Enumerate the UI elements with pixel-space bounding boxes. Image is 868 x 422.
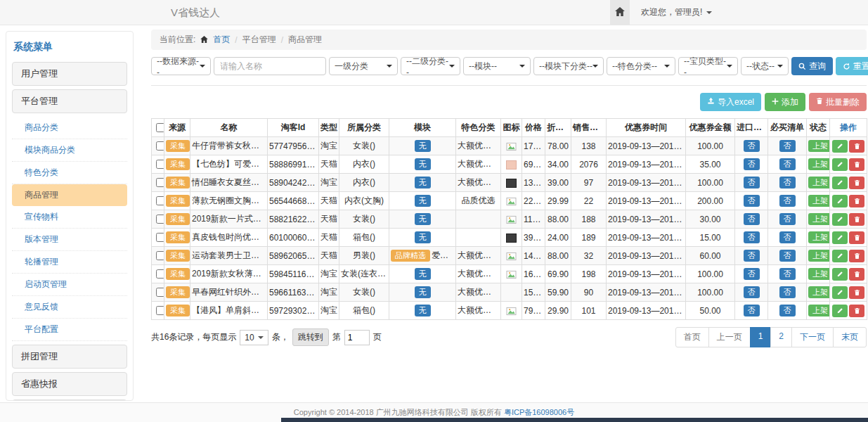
delete-button[interactable] [849, 158, 864, 171]
page-button-末页[interactable]: 末页 [833, 327, 867, 347]
status-badge[interactable]: 上架 [808, 305, 830, 316]
import-optional-toggle[interactable]: 否 [744, 140, 760, 152]
delete-button[interactable] [849, 268, 864, 281]
filter-select-3[interactable]: --二级分类-- [401, 57, 460, 75]
must-buy-toggle[interactable]: 否 [779, 140, 796, 152]
import-optional-toggle[interactable]: 否 [744, 158, 760, 170]
select-all-checkbox[interactable] [156, 123, 164, 132]
sidebar-item-启动页管理[interactable]: 启动页管理 [12, 274, 127, 296]
import-optional-toggle[interactable]: 否 [744, 250, 760, 262]
filter-select-0[interactable]: --数据来源-- [151, 57, 211, 75]
status-badge[interactable]: 上架 [808, 177, 830, 188]
row-checkbox[interactable] [156, 196, 164, 205]
page-button-上一页[interactable]: 上一页 [708, 327, 751, 347]
filter-select-6[interactable]: --特色分类-- [607, 57, 675, 75]
row-checkbox[interactable] [156, 160, 164, 169]
batch-delete-button[interactable]: 批量删除 [809, 93, 867, 111]
status-badge[interactable]: 上架 [808, 250, 830, 262]
delete-button[interactable] [849, 195, 864, 207]
edit-button[interactable] [832, 250, 848, 262]
breadcrumb-home-link[interactable]: 首页 [213, 34, 230, 46]
import-optional-toggle[interactable]: 否 [744, 286, 760, 298]
sidebar-item-商品分类[interactable]: 商品分类 [12, 117, 127, 139]
filter-select-5[interactable]: --模块下分类-- [533, 57, 604, 75]
status-badge[interactable]: 上架 [808, 158, 830, 170]
user-menu[interactable]: 欢迎您，管理员! [641, 6, 712, 18]
must-buy-toggle[interactable]: 否 [779, 305, 796, 316]
search-button[interactable]: 查询 [791, 57, 833, 75]
sidebar-item-拼团管理[interactable]: 拼团管理 [12, 345, 127, 369]
sidebar-item-消息管理[interactable]: 消息管理 [12, 399, 127, 401]
edit-button[interactable] [832, 286, 848, 299]
row-checkbox[interactable] [156, 233, 164, 242]
delete-button[interactable] [849, 140, 864, 153]
delete-button[interactable] [849, 213, 864, 226]
add-button[interactable]: 添加 [765, 93, 805, 111]
delete-button[interactable] [849, 231, 864, 244]
row-checkbox[interactable] [156, 288, 164, 297]
must-buy-toggle[interactable]: 否 [779, 177, 796, 188]
row-checkbox[interactable] [156, 215, 164, 224]
row-checkbox[interactable] [156, 306, 164, 315]
page-button-2[interactable]: 2 [770, 327, 792, 347]
row-checkbox[interactable] [156, 269, 164, 279]
sidebar-item-模块商品分类[interactable]: 模块商品分类 [12, 139, 127, 162]
import-optional-toggle[interactable]: 否 [744, 305, 760, 316]
edit-button[interactable] [832, 158, 848, 171]
must-buy-toggle[interactable]: 否 [779, 250, 796, 262]
home-button[interactable] [610, 0, 630, 25]
row-checkbox[interactable] [156, 251, 164, 260]
import-optional-toggle[interactable]: 否 [744, 231, 760, 243]
sidebar-item-宣传物料[interactable]: 宣传物料 [12, 206, 127, 229]
edit-button[interactable] [832, 231, 848, 244]
status-badge[interactable]: 上架 [808, 268, 830, 280]
row-checkbox[interactable] [156, 141, 164, 151]
edit-button[interactable] [832, 213, 848, 226]
import-optional-toggle[interactable]: 否 [744, 213, 760, 225]
filter-select-8[interactable]: --状态-- [741, 57, 789, 75]
must-buy-toggle[interactable]: 否 [779, 158, 796, 170]
breadcrumb-item[interactable]: 平台管理 [242, 34, 276, 46]
must-buy-toggle[interactable]: 否 [779, 195, 796, 207]
import-optional-toggle[interactable]: 否 [744, 268, 760, 280]
filter-select-2[interactable]: 一级分类 [329, 57, 398, 75]
sidebar-item-意见反馈[interactable]: 意见反馈 [12, 296, 127, 319]
jump-button[interactable]: 跳转到 [292, 328, 329, 346]
per-page-select[interactable]: 10 [240, 330, 268, 345]
name-search-input[interactable] [214, 57, 326, 75]
edit-button[interactable] [832, 140, 848, 153]
import-excel-button[interactable]: 导入excel [700, 93, 761, 111]
icp-link[interactable]: 粤ICP备16098006号 [504, 408, 574, 416]
must-buy-toggle[interactable]: 否 [779, 286, 796, 298]
jump-page-input[interactable] [344, 330, 370, 345]
status-badge[interactable]: 上架 [808, 140, 830, 152]
page-button-下一页[interactable]: 下一页 [791, 327, 834, 347]
delete-button[interactable] [849, 286, 864, 299]
sidebar-item-版本管理[interactable]: 版本管理 [12, 229, 127, 251]
sidebar-item-商品管理[interactable]: 商品管理 [12, 184, 127, 206]
delete-button[interactable] [849, 177, 864, 189]
edit-button[interactable] [832, 268, 848, 281]
filter-select-4[interactable]: --模块-- [463, 57, 531, 75]
sidebar-item-平台管理[interactable]: 平台管理 [12, 89, 127, 113]
must-buy-toggle[interactable]: 否 [779, 231, 796, 243]
page-button-首页[interactable]: 首页 [675, 327, 709, 347]
status-badge[interactable]: 上架 [808, 213, 830, 225]
breadcrumb-item[interactable]: 商品管理 [288, 34, 322, 46]
sidebar-item-平台配置[interactable]: 平台配置 [12, 319, 127, 341]
must-buy-toggle[interactable]: 否 [779, 268, 796, 280]
must-buy-toggle[interactable]: 否 [779, 213, 796, 225]
sidebar-item-用户管理[interactable]: 用户管理 [12, 62, 127, 86]
delete-button[interactable] [849, 305, 864, 317]
status-badge[interactable]: 上架 [808, 195, 830, 207]
row-checkbox[interactable] [156, 178, 164, 187]
filter-select-7[interactable]: --宝贝类型-- [678, 57, 738, 75]
sidebar-item-特色分类[interactable]: 特色分类 [12, 162, 127, 184]
import-optional-toggle[interactable]: 否 [744, 195, 760, 207]
reset-button[interactable]: 重置 [836, 57, 868, 75]
status-badge[interactable]: 上架 [808, 231, 830, 243]
edit-button[interactable] [832, 195, 848, 207]
delete-button[interactable] [849, 250, 864, 262]
import-optional-toggle[interactable]: 否 [744, 177, 760, 188]
sidebar-item-轮播管理[interactable]: 轮播管理 [12, 251, 127, 274]
